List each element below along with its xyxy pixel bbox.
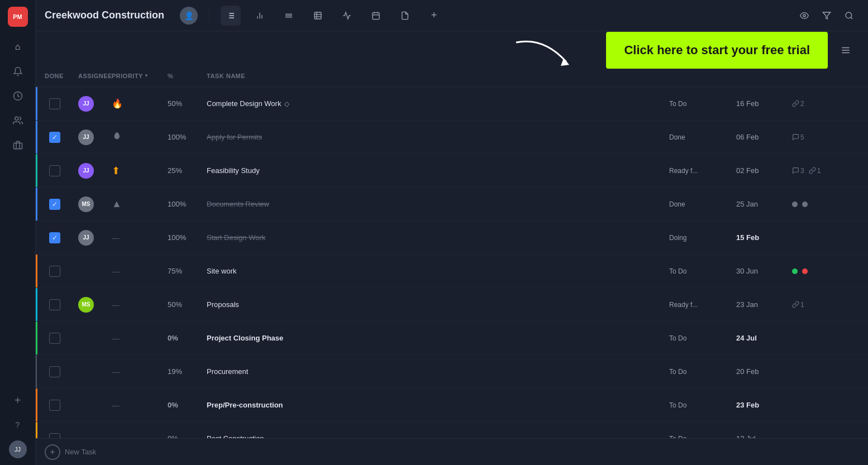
project-avatar: 👤 — [180, 7, 198, 25]
sidebar-item-notifications[interactable] — [7, 60, 29, 83]
table-row: ✓MS▲100%Documents ReviewDone25 Jan — [36, 188, 868, 221]
task-checkbox[interactable] — [49, 98, 60, 109]
link-icon: 2 — [792, 100, 804, 108]
task-name-cell[interactable]: Apply for Permits — [207, 133, 669, 141]
task-checkbox[interactable] — [49, 433, 60, 439]
date-cell: 12 Jul — [736, 434, 792, 438]
priority-cell: 🔥 — [112, 98, 168, 109]
add-view-button[interactable]: + — [424, 6, 444, 26]
task-name-cell[interactable]: Project Closing Phase — [207, 334, 669, 342]
table-row: ✓JJ—100%Start Design WorkDoing15 Feb — [36, 221, 868, 255]
task-checkbox[interactable] — [49, 400, 60, 411]
sidebar-add-button[interactable]: + — [7, 389, 29, 411]
task-checkbox[interactable]: ✓ — [49, 232, 60, 243]
row-left-border — [36, 389, 37, 421]
free-trial-button[interactable]: Click here to start your free trial — [606, 32, 828, 69]
table-row: —0%Project Closing PhaseTo Do24 Jul — [36, 322, 868, 355]
task-name-cell[interactable]: Complete Design Work ◇ — [207, 99, 669, 108]
date-cell: 15 Feb — [736, 233, 792, 242]
row-left-border — [36, 188, 37, 220]
sidebar-item-home[interactable]: ⌂ — [7, 36, 29, 58]
col-header-priority[interactable]: PRIORITY ▼ — [112, 73, 168, 79]
percent-cell: 19% — [168, 367, 207, 376]
doc-view-button[interactable] — [395, 6, 415, 26]
task-name-cell[interactable]: Procurement — [207, 367, 669, 376]
task-checkbox[interactable] — [49, 266, 60, 277]
task-name-cell[interactable]: Proposals — [207, 300, 669, 309]
settings-icon-area[interactable] — [832, 45, 859, 55]
priority-cell: ▲ — [112, 198, 168, 210]
percent-cell: 0% — [168, 434, 207, 438]
board-view-button[interactable] — [279, 6, 299, 26]
assignee-avatar: MS — [78, 196, 94, 212]
sidebar-item-clock[interactable] — [7, 85, 29, 107]
date-cell: 30 Jun — [736, 267, 792, 275]
percent-cell: 75% — [168, 267, 207, 275]
status-cell: To Do — [669, 435, 736, 439]
table-view-button[interactable] — [308, 6, 328, 26]
filter-button[interactable] — [817, 6, 837, 26]
comment-icon: 5 — [792, 133, 804, 141]
percent-cell: 100% — [168, 200, 207, 208]
project-title: Creekwood Construction — [45, 9, 164, 21]
priority-cell: — — [112, 233, 168, 243]
status-cell: Ready f... — [669, 167, 736, 175]
status-dot-gray — [792, 202, 798, 207]
sidebar-user-avatar[interactable]: JJ — [9, 440, 27, 458]
percent-cell: 100% — [168, 133, 207, 141]
row-left-border — [36, 355, 37, 388]
date-cell: 06 Feb — [736, 133, 792, 141]
svg-point-23 — [803, 15, 805, 17]
date-cell: 23 Feb — [736, 401, 792, 409]
task-checkbox[interactable] — [49, 333, 60, 344]
extras-cell: 31 — [792, 167, 859, 175]
main-content: Creekwood Construction 👤 + — [36, 0, 868, 465]
task-name-cell[interactable]: Documents Review — [207, 200, 669, 208]
extras-cell: 2 — [792, 100, 859, 108]
table-row: MS—50%ProposalsReady f...23 Jan1 — [36, 288, 868, 322]
extras-cell: 5 — [792, 133, 859, 141]
add-task-button[interactable]: + — [45, 444, 60, 460]
search-button[interactable] — [839, 6, 859, 26]
task-name-cell[interactable]: Post Construction — [207, 434, 669, 438]
watch-button[interactable] — [794, 6, 814, 26]
status-dot-gray — [802, 202, 808, 207]
calendar-view-button[interactable] — [366, 6, 386, 26]
gantt-view-button[interactable] — [250, 6, 270, 26]
task-checkbox[interactable] — [49, 165, 60, 176]
assignee-avatar: JJ — [78, 230, 94, 246]
status-cell: To Do — [669, 334, 736, 342]
task-name-cell[interactable]: Feasibility Study — [207, 166, 669, 175]
row-left-border — [36, 154, 37, 187]
bottom-bar: + New Task — [36, 438, 868, 465]
timeline-view-button[interactable] — [337, 6, 357, 26]
priority-cell — [112, 132, 168, 143]
sidebar-item-people[interactable] — [7, 109, 29, 132]
col-header-assignee: ASSIGNEE — [78, 73, 112, 79]
task-checkbox[interactable] — [49, 299, 60, 310]
extras-cell — [792, 202, 859, 207]
extras-cell: 1 — [792, 301, 859, 309]
svg-point-25 — [846, 12, 852, 18]
comment-icon: 3 — [792, 167, 804, 175]
priority-cell: — — [112, 266, 168, 276]
percent-cell: 50% — [168, 300, 207, 309]
task-name-cell[interactable]: Start Design Work — [207, 233, 669, 242]
task-checkbox[interactable]: ✓ — [49, 199, 60, 210]
sidebar-help[interactable]: ? — [7, 414, 29, 436]
task-name-cell[interactable]: Site work — [207, 267, 669, 275]
svg-point-1 — [15, 117, 18, 120]
percent-cell: 50% — [168, 99, 207, 108]
row-left-border — [36, 121, 37, 154]
svg-marker-24 — [823, 12, 830, 19]
task-name-cell[interactable]: Prep/Pre-construction — [207, 401, 669, 409]
percent-cell: 100% — [168, 233, 207, 242]
app-logo: PM — [8, 7, 28, 27]
task-checkbox[interactable]: ✓ — [49, 132, 60, 143]
task-checkbox[interactable] — [49, 366, 60, 377]
link-icon: 1 — [809, 167, 821, 175]
col-header-task-name: TASK NAME — [207, 73, 669, 79]
list-view-button[interactable] — [221, 6, 241, 26]
sidebar-item-briefcase[interactable] — [7, 134, 29, 156]
date-cell: 16 Feb — [736, 99, 792, 108]
